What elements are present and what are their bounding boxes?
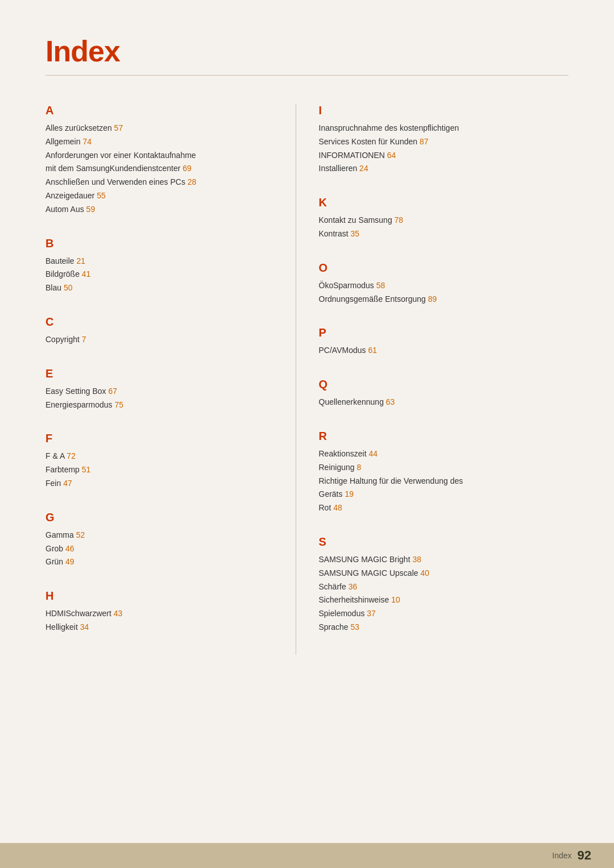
entry-page-number: 69 bbox=[182, 164, 192, 173]
footer-label: Index bbox=[552, 851, 571, 860]
entry-page-number: 40 bbox=[420, 568, 429, 578]
entry-page-number: 21 bbox=[76, 256, 85, 265]
entry-page-number: 24 bbox=[359, 164, 368, 173]
entry-page-number: 34 bbox=[80, 622, 89, 632]
entry-page-number: 7 bbox=[82, 335, 86, 344]
entry-page-number: 38 bbox=[412, 555, 421, 564]
index-entry: Fein 47 bbox=[45, 477, 273, 491]
entry-page-number: 43 bbox=[114, 609, 123, 618]
index-entry: Grob 46 bbox=[45, 542, 273, 556]
index-section-q: QQuellenerkennung 63 bbox=[319, 378, 546, 409]
entry-page-number: 75 bbox=[114, 400, 123, 409]
index-entry: Sprache 53 bbox=[319, 621, 546, 634]
section-letter: H bbox=[45, 589, 273, 603]
page-container: Index AAlles zurücksetzen 57Allgemein 74… bbox=[0, 0, 614, 868]
entry-page-number: 61 bbox=[368, 346, 377, 355]
section-letter: O bbox=[319, 261, 546, 275]
index-entry: Helligkeit 34 bbox=[45, 621, 273, 634]
entry-page-number: 36 bbox=[349, 582, 358, 591]
index-entry: Allgemein 74 bbox=[45, 135, 273, 149]
right-column: IInanspruchnahme des kostenpflichtigen S… bbox=[296, 104, 569, 655]
index-entry: F & A 72 bbox=[45, 450, 273, 463]
index-section-g: GGamma 52Grob 46Grün 49 bbox=[45, 511, 273, 569]
index-entry: HDMISchwarzwert 43 bbox=[45, 607, 273, 621]
page-title: Index bbox=[45, 34, 569, 68]
entry-page-number: 67 bbox=[109, 387, 118, 396]
entry-page-number: 87 bbox=[420, 137, 429, 146]
section-letter: B bbox=[45, 237, 273, 250]
entry-page-number: 49 bbox=[65, 557, 74, 566]
entry-page-number: 10 bbox=[391, 595, 400, 604]
entry-page-number: 52 bbox=[76, 530, 85, 539]
index-section-c: CCopyright 7 bbox=[45, 315, 273, 347]
index-content: AAlles zurücksetzen 57Allgemein 74Anford… bbox=[45, 104, 569, 655]
index-entry: Richtige Haltung für die Verwendung des … bbox=[319, 475, 546, 502]
index-section-i: IInanspruchnahme des kostenpflichtigen S… bbox=[319, 104, 546, 176]
entry-page-number: 58 bbox=[376, 281, 385, 290]
index-entry: Reinigung 8 bbox=[319, 461, 546, 475]
index-entry: Installieren 24 bbox=[319, 162, 546, 176]
entry-page-number: 89 bbox=[428, 294, 437, 304]
index-entry: Easy Setting Box 67 bbox=[45, 385, 273, 398]
footer-page: 92 bbox=[578, 848, 591, 863]
entry-page-number: 37 bbox=[367, 609, 376, 618]
section-letter: I bbox=[319, 104, 546, 117]
section-letter: K bbox=[319, 196, 546, 209]
entry-page-number: 8 bbox=[356, 463, 361, 472]
index-entry: INFORMATIONEN 64 bbox=[319, 149, 546, 163]
index-entry: Ordnungsgemäße Entsorgung 89 bbox=[319, 293, 546, 306]
index-entry: PC/AVModus 61 bbox=[319, 344, 546, 358]
index-entry: Anforderungen vor einer Kontaktaufnahme … bbox=[45, 149, 273, 176]
index-entry: Inanspruchnahme des kostenpflichtigen Se… bbox=[319, 122, 546, 149]
entry-page-number: 57 bbox=[114, 123, 123, 132]
index-entry: Blau 50 bbox=[45, 281, 273, 295]
index-section-a: AAlles zurücksetzen 57Allgemein 74Anford… bbox=[45, 104, 273, 217]
index-entry: Kontrast 35 bbox=[319, 227, 546, 241]
index-entry: Copyright 7 bbox=[45, 333, 273, 347]
index-entry: Kontakt zu Samsung 78 bbox=[319, 214, 546, 227]
index-entry: Gamma 52 bbox=[45, 529, 273, 542]
entry-page-number: 78 bbox=[395, 215, 404, 225]
entry-page-number: 63 bbox=[386, 397, 395, 406]
entry-page-number: 50 bbox=[64, 283, 73, 292]
entry-page-number: 53 bbox=[351, 622, 360, 632]
entry-page-number: 35 bbox=[351, 229, 360, 238]
index-entry: Bildgröße 41 bbox=[45, 268, 273, 281]
index-section-k: KKontakt zu Samsung 78Kontrast 35 bbox=[319, 196, 546, 241]
entry-page-number: 44 bbox=[368, 449, 377, 458]
index-entry: Anschließen und Verwenden eines PCs 28 bbox=[45, 176, 273, 189]
index-section-r: RReaktionszeit 44Reinigung 8Richtige Hal… bbox=[319, 430, 546, 515]
index-entry: Schärfe 36 bbox=[319, 580, 546, 594]
index-entry: Bauteile 21 bbox=[45, 255, 273, 268]
entry-page-number: 46 bbox=[65, 544, 74, 553]
entry-page-number: 59 bbox=[86, 205, 96, 214]
title-divider bbox=[45, 75, 569, 76]
left-column: AAlles zurücksetzen 57Allgemein 74Anford… bbox=[45, 104, 296, 655]
index-entry: Rot 48 bbox=[319, 501, 546, 515]
index-entry: Sicherheitshinweise 10 bbox=[319, 593, 546, 607]
index-entry: Reaktionszeit 44 bbox=[319, 447, 546, 461]
footer-bar: Index 92 bbox=[0, 843, 614, 868]
index-section-e: EEasy Setting Box 67Energiesparmodus 75 bbox=[45, 367, 273, 412]
entry-page-number: 55 bbox=[97, 191, 106, 200]
index-entry: Alles zurücksetzen 57 bbox=[45, 122, 273, 135]
entry-page-number: 48 bbox=[333, 503, 342, 512]
section-letter: F bbox=[45, 432, 273, 445]
index-entry: Grün 49 bbox=[45, 555, 273, 569]
section-letter: G bbox=[45, 511, 273, 524]
section-letter: A bbox=[45, 104, 273, 117]
index-entry: Spielemodus 37 bbox=[319, 607, 546, 621]
index-entry: SAMSUNG MAGIC Bright 38 bbox=[319, 553, 546, 567]
index-entry: Quellenerkennung 63 bbox=[319, 396, 546, 409]
section-letter: C bbox=[45, 315, 273, 329]
entry-page-number: 28 bbox=[188, 177, 197, 186]
entry-page-number: 51 bbox=[82, 465, 91, 474]
section-letter: Q bbox=[319, 378, 546, 391]
entry-page-number: 72 bbox=[67, 451, 76, 460]
index-section-p: PPC/AVModus 61 bbox=[319, 326, 546, 358]
index-section-b: BBauteile 21Bildgröße 41Blau 50 bbox=[45, 237, 273, 295]
index-entry: Anzeigedauer 55 bbox=[45, 189, 273, 203]
entry-page-number: 64 bbox=[387, 151, 396, 160]
index-entry: ÖkoSparmodus 58 bbox=[319, 279, 546, 293]
section-letter: P bbox=[319, 326, 546, 339]
